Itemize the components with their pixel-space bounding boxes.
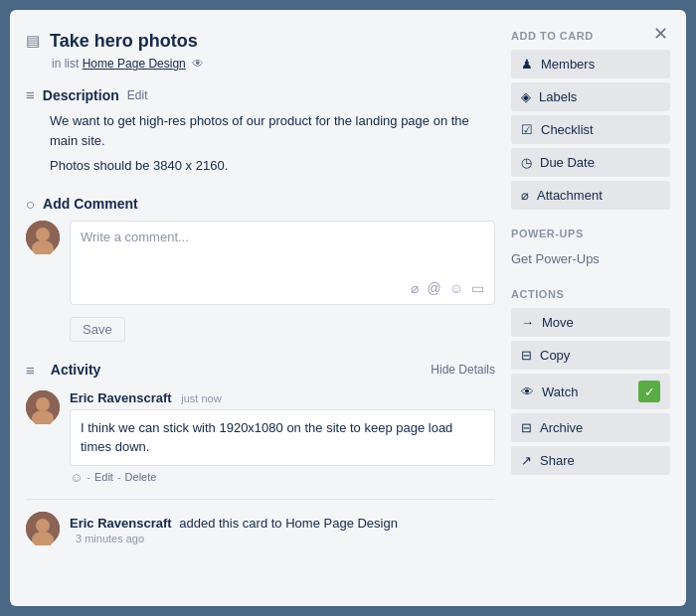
- comment-icon: ○: [26, 196, 35, 213]
- svg-point-1: [36, 228, 50, 241]
- archive-icon: ⊟: [521, 420, 532, 435]
- subtitle-prefix: in list: [52, 57, 79, 71]
- actions-title: ACTIONS: [511, 288, 670, 300]
- attachment-label: Attachment: [537, 188, 603, 203]
- comment-area: ⌀ @ ☺ ▭: [26, 221, 495, 305]
- list-name-link[interactable]: Home Page Design: [83, 57, 186, 71]
- emoji-icon[interactable]: ☺: [449, 280, 463, 296]
- get-power-ups-link[interactable]: Get Power-Ups: [511, 247, 670, 270]
- main-content: ▤ Take hero photos in list Home Page Des…: [26, 30, 511, 586]
- description-body: We want to get high-res photos of our pr…: [50, 111, 495, 176]
- attachment-icon: ⌀: [521, 188, 529, 203]
- watch-eye-icon: 👁: [192, 57, 204, 71]
- comment-toolbar: ⌀ @ ☺ ▭: [81, 280, 484, 296]
- share-button[interactable]: ↗ Share: [511, 446, 670, 475]
- action-author: Eric Ravenscraft: [70, 516, 172, 531]
- activity-icon: ≡: [26, 362, 35, 379]
- comment-meta: Eric Ravenscraft just now: [70, 390, 495, 405]
- archive-button[interactable]: ⊟ Archive: [511, 413, 670, 442]
- close-button[interactable]: ✕: [646, 20, 674, 48]
- activity-title: Activity: [51, 362, 101, 378]
- user-avatar: [26, 221, 60, 254]
- share-label: Share: [540, 453, 575, 468]
- due-date-label: Due Date: [540, 155, 595, 170]
- delete-comment-link[interactable]: Delete: [125, 471, 157, 483]
- labels-label: Labels: [539, 89, 577, 104]
- description-line-1: We want to get high-res photos of our pr…: [50, 111, 495, 150]
- checklist-label: Checklist: [541, 122, 594, 137]
- archive-label: Archive: [540, 420, 583, 435]
- action-timestamp: 3 minutes ago: [76, 533, 495, 544]
- comment-title: Add Comment: [43, 196, 138, 212]
- members-label: Members: [541, 57, 595, 72]
- copy-label: Copy: [540, 348, 570, 363]
- watch-check-icon: ✓: [638, 381, 660, 402]
- checklist-button[interactable]: ☑ Checklist: [511, 115, 670, 144]
- activity-item-comment: Eric Ravenscraft just now I think we can…: [26, 390, 495, 485]
- card-subtitle: in list Home Page Design 👁: [52, 57, 495, 71]
- share-icon: ↗: [521, 453, 532, 468]
- action-message: added this card to Home Page Design: [179, 516, 398, 531]
- copy-icon: ⊟: [521, 348, 532, 363]
- watch-label: Watch: [542, 385, 578, 399]
- labels-icon: ◈: [521, 89, 531, 104]
- move-icon: →: [521, 315, 534, 330]
- comment-timestamp: just now: [181, 392, 221, 404]
- card-header: ▤ Take hero photos: [26, 30, 495, 53]
- add-to-card-section: ADD TO CARD ♟ Members ◈ Labels ☑ Checkli…: [511, 30, 670, 210]
- comment-input[interactable]: [81, 230, 484, 269]
- commenter-avatar: [26, 390, 60, 424]
- comment-content: Eric Ravenscraft just now I think we can…: [70, 390, 495, 485]
- comment-message: I think we can stick with 1920x1080 on t…: [70, 409, 495, 466]
- svg-point-4: [36, 397, 50, 411]
- description-line-2: Photos should be 3840 x 2160.: [50, 156, 495, 176]
- action-content: Eric Ravenscraft added this card to Home…: [70, 512, 495, 544]
- activity-divider: [26, 499, 495, 500]
- card-modal: ✕ ▤ Take hero photos in list Home Page D…: [10, 10, 686, 606]
- action-avatar: [26, 512, 60, 545]
- comment-box[interactable]: ⌀ @ ☺ ▭: [70, 221, 495, 305]
- comment-author: Eric Ravenscraft: [70, 390, 172, 405]
- move-label: Move: [542, 315, 574, 330]
- description-edit-link[interactable]: Edit: [127, 88, 148, 102]
- card-icon: ▤: [26, 32, 40, 50]
- comment-header: ○ Add Comment: [26, 196, 495, 213]
- activity-header: ≡ Activity Hide Details: [26, 362, 495, 379]
- description-title: Description: [43, 87, 119, 103]
- due-date-button[interactable]: ◷ Due Date: [511, 148, 670, 177]
- members-button[interactable]: ♟ Members: [511, 50, 670, 78]
- card-title: Take hero photos: [50, 30, 198, 53]
- edit-comment-link[interactable]: Edit: [94, 471, 113, 483]
- sidebar: ADD TO CARD ♟ Members ◈ Labels ☑ Checkli…: [511, 30, 670, 586]
- description-header: ≡ Description Edit: [26, 86, 495, 103]
- activity-title-group: ≡ Activity: [26, 362, 100, 379]
- actions-section: ACTIONS → Move ⊟ Copy 👁 Watch ✓ ⊟ Archiv…: [511, 288, 670, 475]
- activity-section: ≡ Activity Hide Details Eric Ravenscraft: [26, 362, 495, 545]
- card-ref-icon[interactable]: ▭: [471, 280, 484, 296]
- description-icon: ≡: [26, 86, 35, 103]
- power-ups-section: POWER-UPS Get Power-Ups: [511, 228, 670, 270]
- due-date-icon: ◷: [521, 155, 532, 170]
- comment-actions: ☺ - Edit - Delete: [70, 470, 495, 485]
- mention-icon[interactable]: @: [427, 280, 440, 296]
- watch-button[interactable]: 👁 Watch ✓: [511, 374, 670, 409]
- reaction-icon: ☺: [70, 470, 83, 485]
- attach-icon[interactable]: ⌀: [411, 280, 419, 296]
- svg-point-7: [36, 519, 50, 533]
- add-comment-section: ○ Add Comment ⌀ @ ☺: [26, 196, 495, 342]
- checklist-icon: ☑: [521, 122, 533, 137]
- power-ups-title: POWER-UPS: [511, 228, 670, 239]
- labels-button[interactable]: ◈ Labels: [511, 82, 670, 111]
- activity-item-action: Eric Ravenscraft added this card to Home…: [26, 512, 495, 545]
- move-button[interactable]: → Move: [511, 308, 670, 337]
- attachment-button[interactable]: ⌀ Attachment: [511, 181, 670, 210]
- action-desc: Eric Ravenscraft added this card to Home…: [70, 516, 495, 531]
- members-icon: ♟: [521, 57, 533, 72]
- description-section: ≡ Description Edit We want to get high-r…: [26, 86, 495, 176]
- watch-icon: 👁: [521, 385, 534, 399]
- save-comment-button[interactable]: Save: [70, 317, 125, 342]
- copy-button[interactable]: ⊟ Copy: [511, 341, 670, 370]
- hide-details-link[interactable]: Hide Details: [431, 363, 495, 377]
